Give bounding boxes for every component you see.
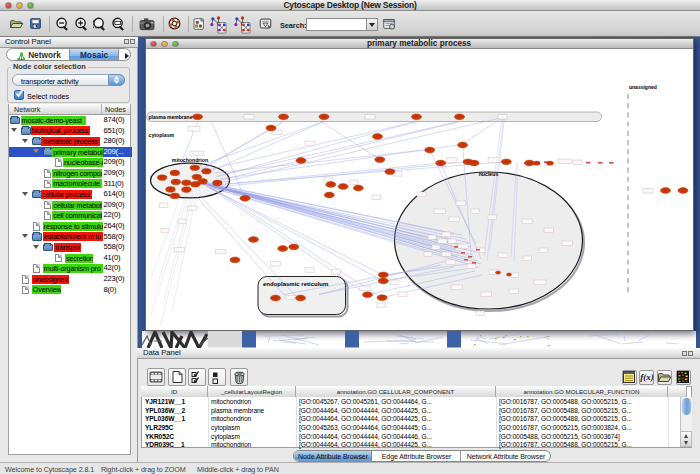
svg-text:f(x): f(x) (640, 372, 654, 382)
svg-text:nucleus: nucleus (478, 171, 498, 177)
svg-text:unassigned: unassigned (629, 84, 657, 90)
svg-text:endoplasmic reticulum: endoplasmic reticulum (263, 281, 328, 287)
svg-text:plasma membrane: plasma membrane (148, 114, 192, 120)
svg-text:mitochondrion: mitochondrion (171, 157, 207, 163)
svg-text:cytoplasm: cytoplasm (148, 132, 174, 138)
